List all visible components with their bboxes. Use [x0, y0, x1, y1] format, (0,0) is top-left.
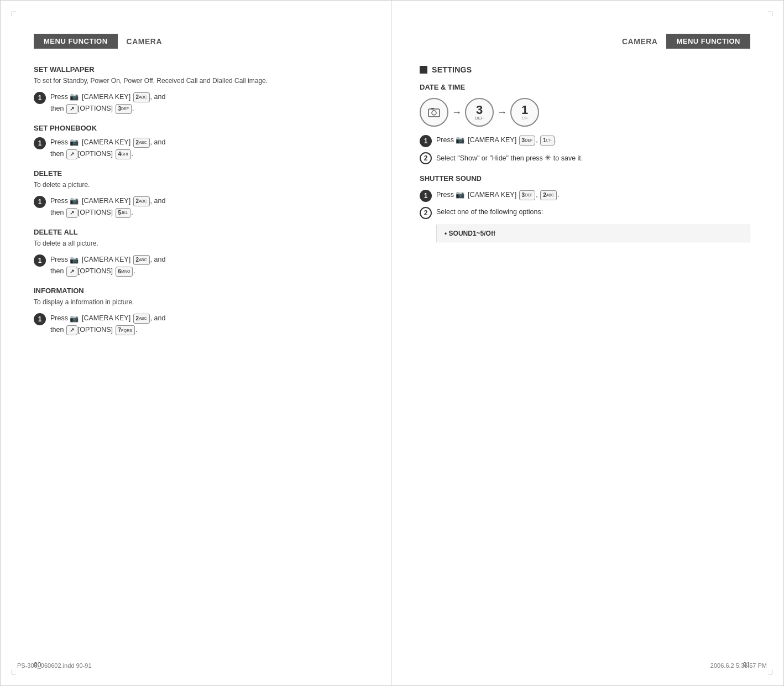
star-icon: ✳: [545, 153, 551, 162]
left-header: MENU FUNCTION CAMERA: [34, 34, 364, 49]
svg-rect-0: [428, 109, 440, 117]
date-time-step2-content: Select "Show" or "Hide" then press ✳ to …: [436, 152, 583, 164]
key-options-d: ↗: [66, 208, 77, 218]
corner-tr: [768, 12, 772, 16]
bullet-dot: •: [445, 230, 447, 237]
date-time-title: DATE & TIME: [420, 83, 750, 91]
page-spread: MENU FUNCTION CAMERA SET WALLPAPER To se…: [0, 0, 784, 686]
left-camera-label: CAMERA: [118, 37, 171, 46]
key-2abc-i: 2ABC: [133, 314, 150, 324]
key-6mno: 6MNO: [116, 267, 133, 277]
step-num-pb1: 1: [34, 137, 46, 149]
shutter-step2-content: Select one of the following options:: [436, 206, 543, 217]
information-desc: To display a information in picture.: [34, 297, 364, 307]
set-wallpaper-title: SET WALLPAPER: [34, 65, 364, 74]
step-num-1: 1: [34, 92, 46, 104]
step-num-dt2: 2: [420, 152, 432, 164]
date-time-section: DATE & TIME → 3 DEF → 1: [420, 83, 750, 164]
information-title: INFORMATION: [34, 287, 364, 295]
phone-icon-i: 📷: [70, 313, 79, 325]
delete-step1-content: Press 📷 [CAMERA KEY] 2ABC, and then ↗[OP…: [50, 195, 165, 218]
phone-icon-d: 📷: [70, 195, 79, 207]
key-2abc-da: 2ABC: [133, 255, 150, 265]
delete-all-desc: To delete a all picture.: [34, 238, 364, 248]
step-num-ss1: 1: [420, 190, 432, 202]
phonebook-step1-content: Press 📷 [CAMERA KEY] 2ABC, and then ↗[OP…: [50, 137, 165, 159]
key-2abc-pb: 2ABC: [133, 138, 150, 148]
key-options-pb: ↗: [66, 149, 77, 159]
key-4ghi: 4GHI: [116, 149, 131, 159]
information-step1-content: Press 📷 [CAMERA KEY] 2ABC, and then ↗[OP…: [50, 313, 165, 335]
settings-heading: SETTINGS: [420, 65, 750, 74]
diagram-sub-1: !.?-: [521, 116, 528, 121]
sound-option-label: SOUND1~5/Off: [449, 230, 495, 237]
corner-br: [768, 670, 772, 674]
delete-all-title: DELETE ALL: [34, 228, 364, 236]
settings-heading-text: SETTINGS: [432, 65, 472, 74]
shutter-step2: 2 Select one of the following options:: [420, 206, 750, 219]
right-menu-label: MENU FUNCTION: [666, 34, 750, 49]
key-1sym-dt: 1!.?-: [540, 136, 555, 145]
step-num-dt1: 1: [420, 135, 432, 147]
right-page: CAMERA MENU FUNCTION SETTINGS DATE & TIM…: [392, 1, 783, 685]
phone-icon-ss: 📷: [456, 189, 464, 201]
wallpaper-step1: 1 Press 📷 [CAMERA KEY] 2ABC, and then ↗[…: [34, 91, 364, 114]
shutter-sound-title: SHUTTER SOUND: [420, 174, 750, 183]
key-options-i: ↗: [66, 325, 77, 335]
information-section: INFORMATION To display a information in …: [34, 287, 364, 335]
date-time-step2: 2 Select "Show" or "Hide" then press ✳ t…: [420, 152, 750, 164]
corner-tl: [12, 12, 16, 16]
footer-filename: PS-300_060602.indd 90-91: [17, 662, 92, 669]
wallpaper-step1-content: Press 📷 [CAMERA KEY] 2ABC, and then ↗[OP…: [50, 91, 165, 114]
corner-bl: [12, 670, 16, 674]
key-sequence-diagram: → 3 DEF → 1 !.?-: [420, 98, 750, 127]
svg-rect-2: [431, 108, 434, 110]
shutter-step1-content: Press 📷 [CAMERA KEY] 3DEF, 2ABC.: [436, 189, 560, 201]
step-num-d1: 1: [34, 196, 46, 208]
set-phonebook-title: SET PHONEBOOK: [34, 124, 364, 132]
date-time-step1: 1 Press 📷 [CAMERA KEY] 3DEF, 1!.?-.: [420, 134, 750, 147]
sound-option-box: • SOUND1~5/Off: [436, 225, 750, 242]
key-2abc-ss: 2ABC: [540, 190, 557, 200]
diagram-phone-key: [420, 98, 448, 127]
left-page: MENU FUNCTION CAMERA SET WALLPAPER To se…: [1, 1, 392, 685]
key-3def: 3DEF: [116, 104, 132, 114]
delete-all-section: DELETE ALL To delete a all picture. 1 Pr…: [34, 228, 364, 277]
delete-section: DELETE To delete a picture. 1 Press 📷 [C…: [34, 169, 364, 218]
diagram-num-1: 1: [521, 104, 528, 116]
svg-point-1: [432, 111, 436, 115]
delete-step1: 1 Press 📷 [CAMERA KEY] 2ABC, and then ↗[…: [34, 195, 364, 218]
key-3def-dt: 3DEF: [519, 136, 536, 145]
information-step1: 1 Press 📷 [CAMERA KEY] 2ABC, and then ↗[…: [34, 313, 364, 335]
diagram-sub-def: DEF: [475, 116, 484, 121]
right-camera-label: CAMERA: [613, 37, 666, 46]
arrow-1: →: [452, 107, 462, 118]
key-5jkl: 5JKL: [116, 208, 131, 218]
key-options-da: ↗: [66, 267, 77, 277]
phone-icon: 📷: [70, 91, 79, 103]
step-num-i1: 1: [34, 313, 46, 325]
footer-date: 2006.6.2 5:36:57 PM: [710, 662, 767, 669]
phone-icon-da: 📷: [70, 254, 79, 266]
set-wallpaper-section: SET WALLPAPER To set for Standby, Power …: [34, 65, 364, 114]
shutter-sound-section: SHUTTER SOUND 1 Press 📷 [CAMERA KEY] 3DE…: [420, 174, 750, 242]
set-wallpaper-desc: To set for Standby, Power On, Power Off,…: [34, 76, 364, 86]
date-time-step1-content: Press 📷 [CAMERA KEY] 3DEF, 1!.?-.: [436, 134, 557, 146]
delete-title: DELETE: [34, 169, 364, 178]
key-options: ↗: [66, 104, 77, 114]
key-2abc-d: 2ABC: [133, 196, 150, 206]
diagram-key-3: 3 DEF: [465, 98, 494, 127]
settings-square-icon: [420, 66, 427, 74]
key-2abc: 2ABC: [133, 92, 150, 102]
set-phonebook-section: SET PHONEBOOK 1 Press 📷 [CAMERA KEY] 2AB…: [34, 124, 364, 159]
step-num-ss2: 2: [420, 207, 432, 219]
phonebook-step1: 1 Press 📷 [CAMERA KEY] 2ABC, and then ↗[…: [34, 137, 364, 159]
step-num-da1: 1: [34, 254, 46, 267]
camera-svg: [426, 105, 442, 120]
key-7pqrs: 7PQRS: [116, 325, 135, 335]
diagram-num-3: 3: [476, 104, 483, 116]
shutter-step1: 1 Press 📷 [CAMERA KEY] 3DEF, 2ABC.: [420, 189, 750, 202]
right-header: CAMERA MENU FUNCTION: [420, 34, 750, 49]
key-3def-ss: 3DEF: [519, 190, 536, 200]
phone-icon-dt: 📷: [456, 134, 464, 146]
